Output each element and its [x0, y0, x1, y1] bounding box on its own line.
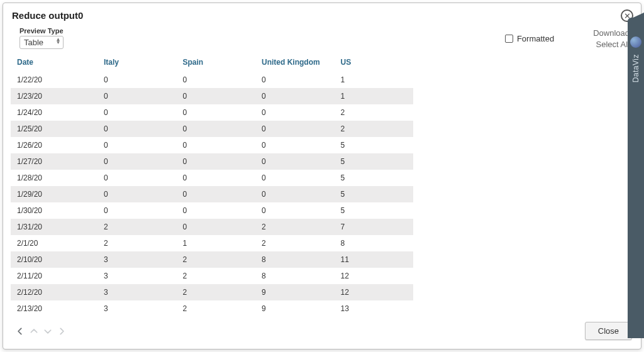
cell-uk: 0: [255, 88, 334, 104]
cell-date: 1/27/20: [11, 153, 97, 170]
cell-date: 2/1/20: [11, 235, 97, 251]
cell-date: 1/25/20: [11, 121, 97, 137]
cell-us: 5: [334, 202, 413, 219]
dialog-body: Date Italy Spain United Kingdom US 1/22/…: [3, 53, 641, 316]
toolbar-links: Download Select All: [593, 28, 630, 49]
cell-spain: 2: [177, 268, 255, 284]
table-row[interactable]: 2/1/202128: [11, 235, 413, 251]
cell-uk: 0: [255, 186, 334, 202]
cell-us: 8: [334, 235, 413, 251]
table-row[interactable]: 1/31/202027: [11, 219, 413, 235]
cell-date: 2/12/20: [11, 284, 97, 300]
cell-spain: 0: [177, 104, 255, 121]
cell-uk: 0: [255, 121, 334, 137]
cell-spain: 0: [177, 186, 255, 202]
cell-us: 12: [334, 284, 413, 300]
cell-spain: 0: [177, 88, 255, 104]
dialog-title: Reduce output0: [12, 10, 83, 21]
cell-date: 1/26/20: [11, 137, 97, 153]
side-tab-label: DataViz: [631, 54, 640, 82]
formatted-toggle[interactable]: Formatted: [505, 34, 554, 43]
table-row[interactable]: 2/12/2032912: [11, 284, 413, 300]
cell-date: 1/29/20: [11, 186, 97, 202]
cell-date: 2/10/20: [11, 251, 97, 268]
preview-type-select[interactable]: Table ▲▼: [19, 36, 64, 49]
cell-date: 1/22/20: [11, 72, 97, 88]
cell-spain: 0: [177, 170, 255, 186]
cell-us: 11: [334, 251, 413, 268]
cell-italy: 0: [97, 202, 176, 219]
table-row[interactable]: 1/24/200002: [11, 104, 413, 121]
cell-us: 1: [334, 72, 413, 88]
chevron-down-icon[interactable]: [42, 326, 53, 337]
cell-spain: 2: [177, 300, 255, 316]
cell-uk: 0: [255, 104, 334, 121]
side-panel-tab[interactable]: DataViz: [628, 18, 644, 338]
cell-date: 1/31/20: [11, 219, 97, 235]
cell-italy: 2: [97, 219, 176, 235]
chevron-right-icon[interactable]: [56, 326, 67, 337]
cell-us: 13: [334, 300, 413, 316]
table-row[interactable]: 1/29/200005: [11, 186, 413, 202]
col-header-italy[interactable]: Italy: [97, 53, 176, 72]
cell-us: 12: [334, 268, 413, 284]
cell-uk: 0: [255, 137, 334, 153]
cell-us: 2: [334, 121, 413, 137]
cell-italy: 2: [97, 235, 176, 251]
output-preview-dialog: Reduce output0 ✕ Preview Type Table ▲▼ F…: [3, 3, 641, 349]
cell-uk: 0: [255, 202, 334, 219]
preview-type-group: Preview Type Table ▲▼: [19, 27, 64, 49]
cell-uk: 9: [255, 300, 334, 316]
table-area: Date Italy Spain United Kingdom US 1/22/…: [3, 53, 626, 316]
cell-spain: 0: [177, 219, 255, 235]
table-row[interactable]: 1/26/200005: [11, 137, 413, 153]
col-header-us[interactable]: US: [334, 53, 413, 72]
cell-italy: 3: [97, 268, 176, 284]
preview-type-label: Preview Type: [19, 27, 64, 35]
cell-italy: 0: [97, 72, 176, 88]
cell-spain: 2: [177, 284, 255, 300]
cell-date: 1/30/20: [11, 202, 97, 219]
table-row[interactable]: 2/10/2032811: [11, 251, 413, 268]
cell-uk: 2: [255, 219, 334, 235]
select-all-link[interactable]: Select All: [596, 40, 630, 49]
dialog-footer: Close: [3, 316, 641, 349]
cell-italy: 0: [97, 137, 176, 153]
cell-italy: 0: [97, 121, 176, 137]
table-row[interactable]: 1/22/200001: [11, 72, 413, 88]
cell-spain: 0: [177, 153, 255, 170]
table-row[interactable]: 2/13/2032913: [11, 300, 413, 316]
col-header-date[interactable]: Date: [11, 53, 97, 72]
cell-spain: 0: [177, 121, 255, 137]
cell-date: 1/28/20: [11, 170, 97, 186]
col-header-spain[interactable]: Spain: [177, 53, 255, 72]
table-row[interactable]: 1/23/200001: [11, 88, 413, 104]
table-row[interactable]: 2/11/2032812: [11, 268, 413, 284]
cell-italy: 3: [97, 300, 176, 316]
nav-chevrons: [14, 326, 67, 337]
dialog-header: Reduce output0 ✕: [3, 3, 641, 25]
table-row[interactable]: 1/28/200005: [11, 170, 413, 186]
side-tab-flap-icon: [628, 13, 644, 20]
checkbox-icon: [505, 35, 513, 43]
cell-italy: 0: [97, 104, 176, 121]
download-link[interactable]: Download: [593, 28, 630, 38]
table-row[interactable]: 1/30/200005: [11, 202, 413, 219]
cell-spain: 2: [177, 251, 255, 268]
close-button[interactable]: Close: [585, 322, 632, 340]
col-header-uk[interactable]: United Kingdom: [255, 53, 334, 72]
preview-type-value: Table: [24, 38, 43, 47]
formatted-label: Formatted: [517, 34, 554, 43]
cell-spain: 1: [177, 235, 255, 251]
table-row[interactable]: 1/25/200002: [11, 121, 413, 137]
cell-us: 1: [334, 88, 413, 104]
chevron-left-icon[interactable]: [14, 326, 26, 337]
cell-date: 1/23/20: [11, 88, 97, 104]
cell-us: 2: [334, 104, 413, 121]
cell-us: 5: [334, 170, 413, 186]
cell-italy: 0: [97, 153, 176, 170]
table-row[interactable]: 1/27/200005: [11, 153, 413, 170]
cell-us: 5: [334, 137, 413, 153]
chevron-up-icon[interactable]: [28, 326, 40, 337]
stepper-icon: ▲▼: [56, 38, 61, 44]
